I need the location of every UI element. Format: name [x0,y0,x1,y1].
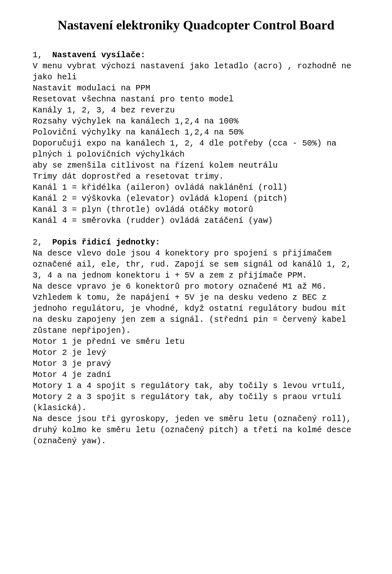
section-2-body: Na desce vlevo dole jsou 4 konektory pro… [33,248,359,446]
section-1-number: 1, [33,50,52,60]
section-2-heading: Popis řidicí jednotky: [52,238,160,247]
section-1-heading-line: 1, Nastavení vysílače: [33,49,359,61]
section-1-body: V menu vybrat výchozí nastavení jako let… [33,61,359,226]
section-2-heading-line: 2, Popis řidicí jednotky: [33,237,359,248]
page-title: Nastavení elektroniky Quadcopter Control… [33,16,359,34]
section-gap [33,226,359,237]
section-2-number: 2, [33,238,52,247]
document-page: Nastavení elektroniky Quadcopter Control… [0,0,392,574]
section-1-heading: Nastavení vysílače: [52,50,145,60]
